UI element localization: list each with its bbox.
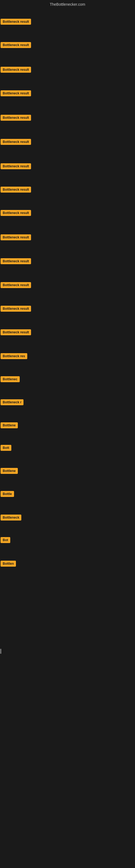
list-item: Bottlen (1, 561, 16, 568)
list-item: Bottleneck result (1, 42, 31, 49)
bottleneck-badge[interactable]: Bottleneck result (1, 329, 31, 335)
bottleneck-badge[interactable]: Bottleneck res (1, 353, 27, 359)
list-item: Bottleneck result (1, 282, 31, 289)
bottleneck-badge[interactable]: Bottleneck result (1, 306, 31, 312)
bottleneck-badge[interactable]: Bottleneck result (1, 163, 31, 169)
list-item: Bottleneck (1, 515, 21, 522)
list-item: Bottleneck result (1, 235, 31, 241)
bottleneck-badge[interactable]: Bottleneck result (1, 282, 31, 288)
site-title: TheBottlenecker.com (50, 2, 85, 6)
list-item: Bottlenec (1, 376, 20, 383)
bottleneck-badge[interactable]: Bottleneck result (1, 42, 31, 48)
bottleneck-badge[interactable]: Bottleneck result (1, 90, 31, 96)
bottleneck-badge[interactable]: Bottlene (1, 468, 18, 474)
list-item: Bott (1, 445, 11, 452)
bottleneck-badge[interactable]: Bottleneck r (1, 399, 24, 405)
bottleneck-badge[interactable]: Bottleneck result (1, 210, 31, 216)
list-item: Bottleneck result (1, 258, 31, 265)
list-item: Bottleneck result (1, 19, 31, 26)
list-item: Bottleneck result (1, 187, 31, 194)
bottleneck-badge[interactable]: Bottlene (1, 422, 18, 428)
list-item: Bottleneck result (1, 139, 31, 146)
bottleneck-badge[interactable]: Bottleneck result (1, 258, 31, 264)
list-item: Bottleneck result (1, 329, 31, 336)
list-item: Bottleneck result (1, 90, 31, 97)
bottleneck-badge[interactable]: Bottleneck result (1, 115, 31, 121)
bottleneck-badge[interactable]: Bottleneck result (1, 235, 31, 240)
bottleneck-badge[interactable]: Bottle (1, 491, 14, 497)
text-cursor (1, 649, 1, 654)
site-header: TheBottlenecker.com (0, 0, 135, 9)
list-item: Bottleneck r (1, 399, 24, 406)
bottleneck-badge[interactable]: Bottleneck result (1, 19, 31, 25)
bottleneck-list: Bottleneck resultBottleneck resultBottle… (0, 9, 135, 849)
bottleneck-badge[interactable]: Bottleneck result (1, 139, 31, 145)
bottleneck-badge[interactable]: Bottlen (1, 561, 16, 567)
list-item: Bottle (1, 491, 14, 498)
list-item: Bottleneck result (1, 306, 31, 313)
list-item: Bottleneck result (1, 115, 31, 122)
list-item: Bottlene (1, 422, 18, 429)
bottleneck-badge[interactable]: Bottleneck result (1, 187, 31, 193)
list-item: Bottleneck res (1, 353, 27, 360)
list-item: Bottleneck result (1, 210, 31, 217)
bottleneck-badge[interactable]: Bott (1, 445, 11, 451)
bottleneck-badge[interactable]: Bottleneck result (1, 67, 31, 73)
list-item: Bottleneck result (1, 163, 31, 170)
list-item: Bottleneck result (1, 67, 31, 74)
bottleneck-badge[interactable]: Bottleneck (1, 515, 21, 521)
list-item: Bottlene (1, 468, 18, 475)
list-item: Bot (1, 537, 10, 544)
bottleneck-badge[interactable]: Bot (1, 537, 10, 543)
bottleneck-badge[interactable]: Bottlenec (1, 376, 20, 382)
